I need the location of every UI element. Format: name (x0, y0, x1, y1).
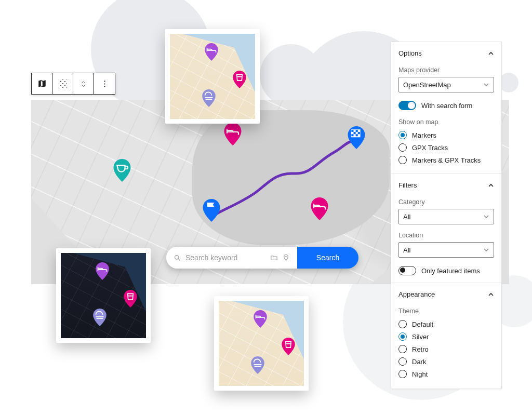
theme-option[interactable]: Default (398, 318, 494, 330)
map-pin-flag-finish[interactable] (348, 126, 365, 149)
map-theme-thumbnail[interactable] (214, 296, 309, 391)
thumbnail-pin (96, 262, 109, 280)
block-icon-button[interactable] (32, 73, 52, 94)
radio-icon (398, 332, 407, 341)
location-pin-icon[interactable] (282, 254, 290, 262)
show-on-map-option[interactable]: GPX Tracks (398, 141, 494, 154)
category-label: Category (398, 198, 494, 206)
section-toggle-options[interactable]: Options (398, 42, 494, 63)
show-on-map-option[interactable]: Markers & GPX Tracks (398, 154, 494, 166)
svg-point-0 (104, 81, 105, 82)
chevron-up-icon (488, 291, 494, 298)
chevron-up-icon (488, 182, 494, 189)
map-pin-hotel-2[interactable] (311, 197, 328, 220)
radio-icon (398, 320, 407, 328)
thumbnail-pin (202, 89, 216, 107)
only-featured-toggle[interactable]: Only featured items (398, 266, 494, 275)
toggle-label: Only featured items (421, 267, 480, 275)
theme-label: Theme (398, 308, 494, 315)
map-search-bar: Search keyword Search (166, 247, 358, 269)
with-search-form-toggle[interactable]: With search form (398, 101, 494, 110)
svg-point-9 (175, 255, 179, 259)
chevron-up-icon (488, 50, 494, 57)
search-placeholder: Search keyword (185, 253, 266, 262)
section-options: Options Maps provider OpenStreetMap With… (391, 42, 501, 174)
select-value: OpenStreetMap (403, 81, 451, 89)
search-button[interactable]: Search (297, 247, 358, 269)
thumbnail-pin (251, 356, 264, 374)
map-icon (37, 79, 47, 88)
show-on-map-radio-group: MarkersGPX TracksMarkers & GPX Tracks (398, 129, 494, 166)
maps-provider-label: Maps provider (398, 66, 494, 74)
radio-label: Dark (412, 358, 426, 366)
radio-label: Silver (412, 333, 429, 341)
drag-handle[interactable] (52, 73, 73, 94)
section-appearance: Appearance Theme DefaultSilverRetroDarkN… (391, 283, 501, 389)
theme-option[interactable]: Night (398, 368, 494, 380)
section-title: Appearance (398, 290, 435, 298)
chevron-down-icon (483, 213, 489, 220)
radio-label: Night (412, 370, 428, 378)
drag-icon (59, 79, 67, 88)
radio-icon (398, 357, 407, 366)
thumbnail-pin (93, 309, 107, 326)
search-icon (174, 254, 181, 262)
thumbnail-pin (233, 71, 246, 88)
theme-option[interactable]: Retro (398, 343, 494, 355)
block-toolbar (31, 73, 115, 95)
radio-label: Default (412, 320, 433, 328)
radio-icon (398, 131, 407, 139)
radio-label: Retro (412, 345, 429, 353)
radio-icon (398, 156, 407, 164)
section-title: Filters (398, 181, 417, 189)
section-filters: Filters Category All Location All Only f… (391, 174, 501, 283)
theme-radio-group: DefaultSilverRetroDarkNight (398, 318, 494, 380)
show-on-map-label: Show on map (398, 118, 494, 126)
thumbnail-pin (124, 290, 137, 308)
radio-label: Markers (412, 131, 436, 139)
map-pin-hotel-1[interactable] (224, 123, 242, 145)
radio-label: Markers & GPX Tracks (412, 156, 481, 164)
select-value: All (403, 246, 410, 254)
map-theme-thumbnail[interactable] (56, 248, 151, 343)
svg-point-1 (104, 83, 105, 84)
dots-vertical-icon (101, 80, 109, 88)
thumbnail-pin (205, 43, 218, 61)
theme-option[interactable]: Silver (398, 330, 494, 343)
svg-point-2 (104, 86, 105, 87)
location-select[interactable]: All (398, 242, 494, 258)
toggle-label: With search form (421, 102, 472, 110)
folder-icon[interactable] (270, 254, 278, 262)
move-updown-button[interactable] (73, 73, 94, 94)
section-toggle-filters[interactable]: Filters (398, 174, 494, 195)
radio-icon (398, 370, 407, 378)
radio-icon (398, 143, 407, 152)
settings-panel: Options Maps provider OpenStreetMap With… (391, 42, 502, 389)
theme-option[interactable]: Dark (398, 355, 494, 368)
chevron-down-icon (483, 247, 489, 253)
map-theme-thumbnail[interactable] (165, 29, 260, 124)
svg-point-10 (285, 256, 287, 257)
radio-icon (398, 345, 407, 353)
map-pin-flag-start[interactable] (203, 199, 220, 222)
chevron-down-icon (483, 82, 489, 88)
select-value: All (403, 213, 410, 221)
search-input[interactable]: Search keyword (166, 247, 297, 269)
thumbnail-pin (282, 338, 295, 355)
chevrons-vertical-icon (79, 80, 87, 88)
radio-label: GPX Tracks (412, 144, 448, 152)
section-toggle-appearance[interactable]: Appearance (398, 283, 494, 304)
show-on-map-option[interactable]: Markers (398, 129, 494, 141)
map-pin-coffee[interactable] (113, 159, 131, 182)
category-select[interactable]: All (398, 209, 494, 224)
search-button-label: Search (316, 253, 339, 262)
section-title: Options (398, 49, 422, 57)
more-options-button[interactable] (94, 73, 115, 94)
maps-provider-select[interactable]: OpenStreetMap (398, 77, 494, 92)
thumbnail-pin (254, 310, 267, 328)
location-label: Location (398, 232, 494, 239)
